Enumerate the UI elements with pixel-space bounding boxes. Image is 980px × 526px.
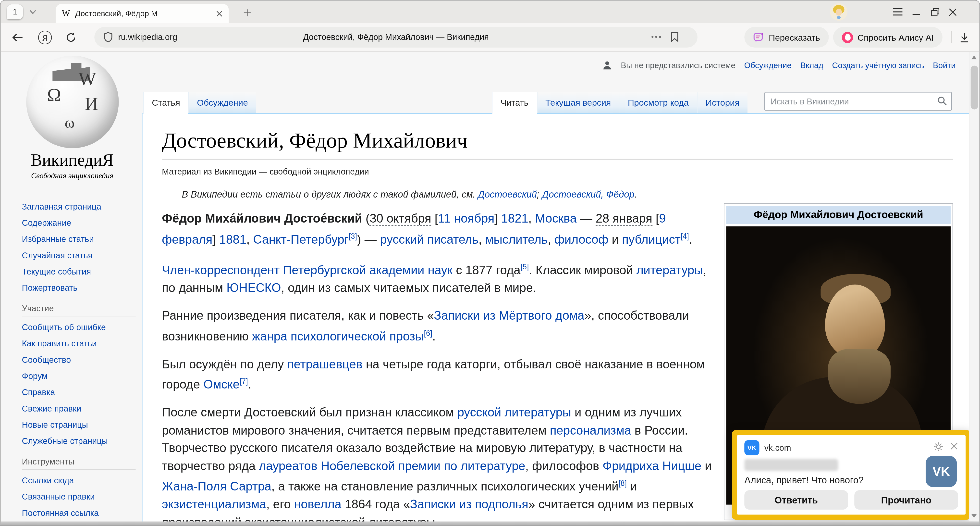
link[interactable]: лауреатов Нобелевской премии по литерату…: [259, 459, 525, 472]
personal-bar: Вы не представились системе Обсуждение В…: [603, 61, 956, 70]
link[interactable]: публицист: [622, 232, 681, 245]
ask-alice-button[interactable]: Спросить Алису AI: [833, 27, 942, 48]
close-window-button[interactable]: [946, 6, 959, 18]
gear-icon[interactable]: [934, 442, 943, 451]
link[interactable]: Фридриха Ницше: [603, 459, 702, 472]
link[interactable]: экзистенциализма: [162, 497, 266, 511]
personal-link-contribs[interactable]: Вклад: [800, 61, 823, 70]
sidebar-item-current-events[interactable]: Текущие события: [22, 267, 135, 276]
chevron-down-icon[interactable]: [29, 9, 36, 14]
yandex-services-button[interactable]: Я: [38, 30, 52, 44]
logo-tagline: Свободная энциклопедия: [8, 171, 136, 181]
page-title-in-urlbar: Достоевский, Фёдор Михайлович — Википеди…: [94, 27, 697, 48]
sidebar-item-community[interactable]: Сообщество: [22, 355, 135, 365]
link[interactable]: петрашевцев: [287, 357, 362, 370]
sidebar-item-main-page[interactable]: Заглавная страница: [22, 202, 135, 211]
notification-close-icon[interactable]: [950, 442, 958, 450]
tab-article[interactable]: Статья: [143, 92, 188, 114]
scrollbar-thumb[interactable]: [971, 66, 978, 110]
link[interactable]: Записки из Мёртвого дома: [434, 308, 584, 322]
new-tab-button[interactable]: [240, 6, 253, 19]
link[interactable]: жанра психологической прозы: [252, 329, 424, 343]
link[interactable]: [3]: [348, 232, 357, 241]
link[interactable]: русской литературы: [457, 405, 571, 419]
personal-link-login[interactable]: Войти: [933, 61, 956, 70]
tab-counter-button[interactable]: 1: [7, 5, 23, 19]
retell-button[interactable]: Пересказать: [744, 27, 829, 48]
mark-read-button[interactable]: Прочитано: [854, 490, 958, 510]
sidebar-item-random[interactable]: Случайная статья: [22, 251, 135, 260]
scroll-up-icon[interactable]: [971, 56, 977, 59]
scroll-down-icon[interactable]: [971, 514, 977, 518]
personal-link-talk[interactable]: Обсуждение: [744, 61, 791, 70]
link[interactable]: Достоевский: [478, 189, 537, 199]
minimize-button[interactable]: [910, 6, 923, 18]
more-options-icon[interactable]: [651, 35, 661, 38]
link[interactable]: русский писатель: [380, 232, 479, 245]
link[interactable]: литературы: [636, 263, 703, 276]
link[interactable]: 11 ноября: [438, 211, 495, 225]
notification-card[interactable]: VK vk.com Алиса, привет! Что нового? VK …: [737, 435, 966, 515]
sidebar-item-report-error[interactable]: Сообщить об ошибке: [22, 322, 135, 332]
personal-link-create-account[interactable]: Создать учётную запись: [832, 61, 924, 70]
link[interactable]: 1881: [219, 232, 247, 245]
link[interactable]: [7]: [240, 377, 248, 386]
sidebar-header-participation: Участие: [22, 304, 135, 316]
wikipedia-logo[interactable]: Ω W И ω ВикипедиЯ Свободная энциклопедия: [8, 56, 136, 181]
text-segment: [: [652, 211, 659, 225]
link[interactable]: Санкт-Петербург: [253, 232, 348, 245]
tab-history[interactable]: История: [697, 92, 748, 113]
sidebar-item-related-changes[interactable]: Связанные правки: [22, 492, 135, 502]
link[interactable]: [4]: [681, 232, 689, 241]
sidebar-item-recent-changes[interactable]: Свежие правки: [22, 404, 135, 413]
globe-glyph: Ω: [47, 84, 61, 106]
tab-discussion[interactable]: Обсуждение: [188, 92, 256, 113]
tab-close-icon[interactable]: [216, 10, 223, 17]
bookmark-icon[interactable]: [671, 32, 679, 42]
link[interactable]: Член-корреспондент Петербургской академи…: [162, 263, 452, 276]
scrollbar[interactable]: [969, 52, 979, 521]
refresh-button[interactable]: [66, 32, 76, 42]
link[interactable]: мыслитель: [485, 232, 548, 245]
browser-menu-button[interactable]: [891, 6, 904, 18]
tab-current-version[interactable]: Текущая версия: [536, 92, 619, 113]
link[interactable]: новелла: [294, 497, 342, 511]
link[interactable]: [8]: [618, 479, 627, 488]
sidebar-item-featured[interactable]: Избранные статьи: [22, 234, 135, 244]
sidebar-item-special-pages[interactable]: Служебные страницы: [22, 437, 135, 446]
link[interactable]: философ: [554, 232, 608, 245]
sidebar-item-new-pages[interactable]: Новые страницы: [22, 420, 135, 429]
sidebar-item-contents[interactable]: Содержание: [22, 218, 135, 228]
link[interactable]: персонализма: [550, 423, 631, 437]
link[interactable]: [5]: [520, 262, 529, 271]
search-input[interactable]: [764, 92, 952, 111]
link[interactable]: Записки из подполья: [410, 497, 528, 511]
restore-button[interactable]: [928, 6, 942, 18]
browser-tab[interactable]: W Достоевский, Фёдор М: [56, 4, 229, 23]
search-icon[interactable]: [938, 96, 947, 106]
tab-view-source[interactable]: Просмотр кода: [619, 92, 697, 113]
link[interactable]: ЮНЕСКО: [227, 281, 281, 294]
sidebar-item-forum[interactable]: Форум: [22, 371, 135, 381]
avatar-face: [836, 9, 842, 16]
reply-button[interactable]: Ответить: [744, 490, 848, 510]
back-arrow-icon: [12, 33, 23, 41]
sidebar-item-help[interactable]: Справка: [22, 388, 135, 397]
back-button[interactable]: [12, 33, 23, 41]
sidebar-item-permanent-link[interactable]: Постоянная ссылка: [22, 508, 135, 518]
link[interactable]: Москва: [535, 211, 577, 225]
link[interactable]: 1821: [501, 211, 528, 225]
link[interactable]: Достоевский, Фёдор: [542, 189, 635, 199]
text-segment: Ранние произведения писателя, как и пове…: [162, 308, 434, 322]
link[interactable]: Омске: [204, 378, 240, 391]
tab-read[interactable]: Читать: [492, 92, 537, 114]
link[interactable]: Жана-Поля Сартра: [162, 479, 272, 493]
sidebar-item-what-links-here[interactable]: Ссылки сюда: [22, 476, 135, 485]
url-bar[interactable]: ru.wikipedia.org Достоевский, Фёдор Миха…: [94, 27, 697, 48]
sidebar-item-donate[interactable]: Пожертвовать: [22, 283, 135, 293]
link[interactable]: [6]: [424, 329, 432, 338]
browser-window: 1 W Достоевский, Фёдор М: [0, 0, 980, 526]
sidebar-item-how-to-edit[interactable]: Как править статьи: [22, 339, 135, 348]
alice-avatar[interactable]: [830, 3, 848, 21]
downloads-button[interactable]: [959, 32, 969, 42]
